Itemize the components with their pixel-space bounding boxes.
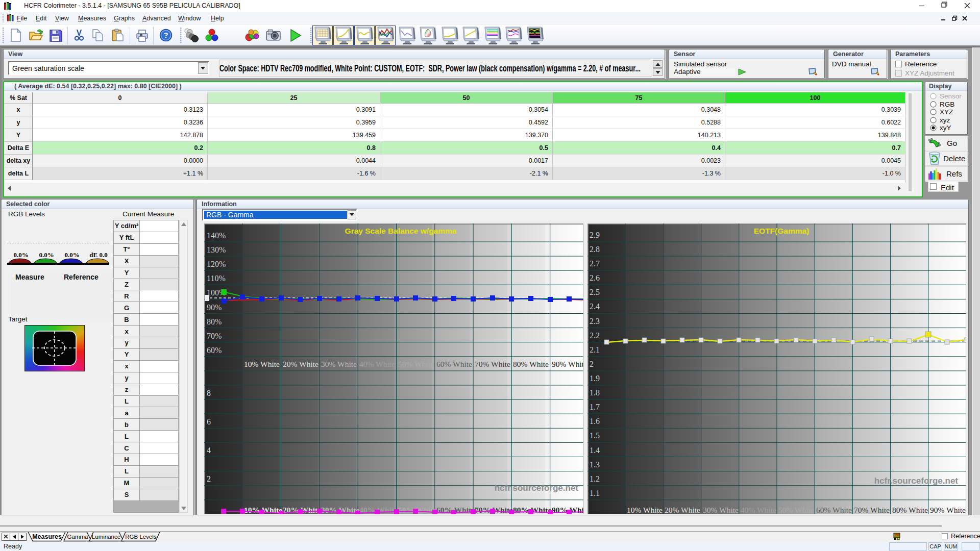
svg-text:40% White: 40% White — [359, 360, 395, 368]
svg-text:6: 6 — [207, 417, 211, 426]
svg-text:140%: 140% — [207, 231, 226, 240]
svg-text:1.9: 1.9 — [590, 374, 600, 383]
svg-text:Gray Scale Balance w/gamma: Gray Scale Balance w/gamma — [345, 227, 457, 235]
svg-text:60% White: 60% White — [436, 360, 472, 368]
svg-text:2.7: 2.7 — [590, 259, 600, 268]
svg-text:70% White: 70% White — [475, 360, 510, 368]
svg-text:70%: 70% — [207, 332, 222, 340]
svg-text:8: 8 — [207, 389, 211, 397]
svg-text:50% White: 50% White — [398, 360, 434, 368]
svg-text:110%: 110% — [207, 274, 226, 283]
svg-text:1.4: 1.4 — [590, 446, 600, 455]
svg-text:60% White: 60% White — [816, 506, 852, 514]
svg-text:Gamma: Gamma — [67, 534, 89, 540]
svg-text:30% White: 30% White — [321, 360, 357, 368]
svg-text:Luminance: Luminance — [92, 534, 120, 540]
svg-text:50% White: 50% White — [778, 506, 814, 514]
svg-text:4: 4 — [207, 446, 211, 455]
svg-text:90% White: 90% White — [930, 506, 966, 514]
svg-text:2.3: 2.3 — [590, 317, 600, 325]
svg-text:1.8: 1.8 — [590, 388, 600, 397]
svg-text:1.3: 1.3 — [590, 460, 600, 469]
svg-text:20% White: 20% White — [283, 360, 318, 368]
svg-text:2.8: 2.8 — [590, 245, 600, 254]
svg-text:2: 2 — [207, 474, 211, 483]
svg-text:2.6: 2.6 — [590, 273, 600, 282]
svg-text:1.5: 1.5 — [590, 431, 600, 440]
svg-text:2.4: 2.4 — [590, 302, 600, 311]
svg-text:90% White: 90% White — [552, 360, 583, 368]
svg-text:1.7: 1.7 — [590, 403, 600, 411]
svg-text:2.2: 2.2 — [590, 331, 600, 340]
svg-text:2.5: 2.5 — [590, 288, 600, 296]
svg-text:70% White: 70% White — [854, 506, 890, 514]
svg-text:80%: 80% — [207, 317, 222, 326]
svg-text:60%: 60% — [207, 346, 222, 355]
svg-text:90%: 90% — [207, 303, 222, 312]
svg-text:Measures: Measures — [32, 533, 62, 540]
svg-text:hcfr.sourceforge.net: hcfr.sourceforge.net — [495, 483, 579, 493]
svg-text:RGB Levels: RGB Levels — [125, 534, 157, 540]
svg-text:2.9: 2.9 — [590, 231, 600, 239]
svg-text:1.1: 1.1 — [590, 489, 600, 497]
svg-text:10% White: 10% White — [627, 506, 663, 514]
svg-text:130%: 130% — [207, 245, 226, 254]
svg-text:20% White: 20% White — [665, 506, 700, 514]
svg-text:EOTF(Gamma): EOTF(Gamma) — [754, 227, 810, 235]
svg-text:hcfr.sourceforge.net: hcfr.sourceforge.net — [874, 476, 959, 486]
svg-text:2.1: 2.1 — [590, 345, 600, 354]
svg-text:2: 2 — [590, 360, 594, 368]
svg-text:1.2: 1.2 — [590, 474, 600, 483]
svg-text:40% White: 40% White — [741, 506, 776, 514]
svg-text:?: ? — [163, 31, 168, 39]
svg-text:30% White: 30% White — [703, 506, 739, 514]
svg-text:1.6: 1.6 — [590, 417, 600, 425]
svg-text:80% White: 80% White — [513, 360, 549, 368]
svg-text:10% White: 10% White — [244, 360, 280, 368]
svg-text:120%: 120% — [207, 260, 226, 268]
svg-text:80% White: 80% White — [892, 506, 928, 514]
